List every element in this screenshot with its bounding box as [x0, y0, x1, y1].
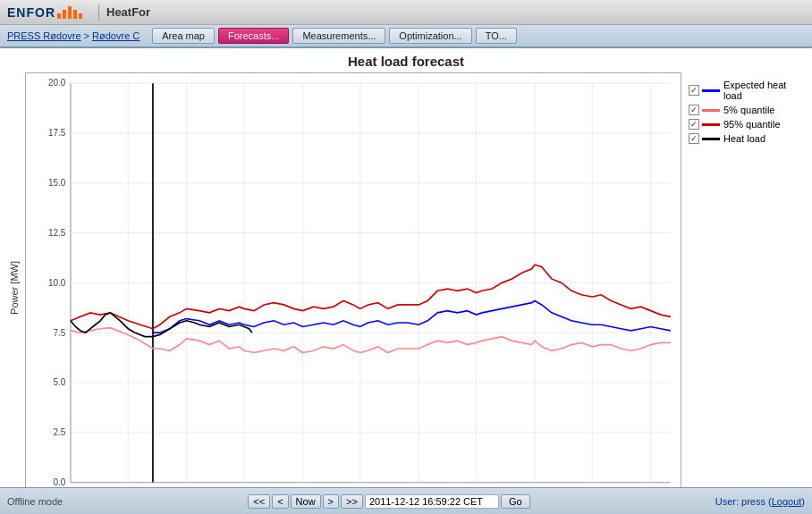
legend-label-5pct: 5% quantile: [723, 105, 775, 115]
nav-forecasts[interactable]: Forecasts...: [218, 28, 289, 44]
legend-label-heatload: Heat load: [723, 133, 765, 144]
svg-text:10.0: 10.0: [48, 278, 66, 288]
legend-label-expected: Expected heat load: [723, 80, 799, 101]
app-title: HeatFor: [106, 5, 150, 19]
svg-text:0.0: 0.0: [54, 477, 66, 487]
header-divider: [98, 4, 99, 21]
legend-color-95pct: [702, 123, 720, 126]
footer-controls: << < Now > >> Go: [248, 494, 529, 509]
logo-bar-5: [79, 13, 82, 19]
quantile-5-line: [71, 328, 671, 353]
footer: Offline mode << < Now > >> Go User: pres…: [0, 487, 812, 514]
svg-text:5.0: 5.0: [54, 377, 66, 387]
legend-label-95pct: 95% quantile: [723, 119, 781, 130]
legend-checkbox-heatload[interactable]: [689, 133, 699, 144]
legend-item-expected: Expected heat load: [689, 80, 799, 101]
legend-checkbox-expected[interactable]: [689, 85, 699, 96]
header: ENFOR HeatFor: [0, 0, 812, 25]
y-axis-label: Power [MW]: [5, 72, 23, 503]
nav-area-map[interactable]: Area map: [152, 28, 215, 44]
nav-prev-button[interactable]: <: [272, 494, 288, 509]
chart-area: Power [MW] .grid-line { stroke: #ddd; st…: [5, 72, 807, 503]
breadcrumb-separator: >: [81, 30, 93, 41]
expected-heat-load-line: [153, 300, 671, 333]
offline-status: Offline mode: [7, 496, 63, 507]
quantile-95-line: [71, 265, 671, 328]
breadcrumb: PRESS Rødovre > Rødovre C: [7, 30, 140, 41]
breadcrumb-level2[interactable]: Rødovre C: [92, 30, 140, 41]
logo: ENFOR: [7, 5, 82, 20]
logo-text: ENFOR: [7, 5, 55, 20]
nav-now-button[interactable]: Now: [291, 494, 321, 509]
nav-measurements[interactable]: Measurements...: [292, 28, 385, 44]
svg-text:12.5: 12.5: [48, 228, 66, 238]
nav-first-button[interactable]: <<: [248, 494, 270, 509]
logout-link[interactable]: Logout: [772, 496, 802, 507]
legend-item-5pct: 5% quantile: [689, 105, 799, 115]
nav-next-button[interactable]: >: [323, 494, 339, 509]
legend-item-95pct: 95% quantile: [689, 119, 799, 130]
svg-text:15.0: 15.0: [48, 178, 66, 188]
logo-bar-3: [68, 6, 72, 19]
chart-container: .grid-line { stroke: #ddd; stroke-width:…: [25, 72, 681, 503]
breadcrumb-level1[interactable]: PRESS Rødovre: [7, 30, 81, 41]
nav-bar: PRESS Rødovre > Rødovre C Area map Forec…: [0, 25, 812, 48]
nav-to[interactable]: TO...: [476, 28, 517, 44]
nav-last-button[interactable]: >>: [341, 494, 363, 509]
legend-checkbox-95pct[interactable]: [689, 119, 699, 130]
logo-bar-2: [63, 10, 66, 19]
svg-text:20.0: 20.0: [48, 78, 66, 88]
chart-title: Heat load forecast: [5, 54, 807, 69]
logo-bars: [57, 6, 82, 19]
logo-bar-4: [73, 10, 77, 19]
legend-color-expected: [702, 89, 720, 92]
heat-load-actual-line: [71, 313, 252, 337]
legend-item-heatload: Heat load: [689, 133, 799, 144]
go-button[interactable]: Go: [501, 494, 530, 509]
user-text: User: press: [715, 496, 765, 507]
main-content: Heat load forecast Power [MW] .grid-line…: [0, 48, 812, 487]
legend-color-heatload: [702, 138, 720, 140]
logo-bar-1: [57, 13, 61, 19]
nav-optimization[interactable]: Optimization...: [389, 28, 471, 44]
svg-text:2.5: 2.5: [54, 427, 66, 437]
svg-text:7.5: 7.5: [54, 327, 66, 337]
legend-checkbox-5pct[interactable]: [689, 105, 699, 115]
datetime-input[interactable]: [365, 494, 499, 509]
legend: Expected heat load 5% quantile 95% quant…: [681, 72, 807, 503]
user-info: User: press (Logout): [715, 496, 805, 507]
svg-text:17.5: 17.5: [48, 128, 66, 138]
chart-svg: .grid-line { stroke: #ddd; stroke-width:…: [26, 73, 681, 502]
legend-color-5pct: [702, 109, 720, 112]
